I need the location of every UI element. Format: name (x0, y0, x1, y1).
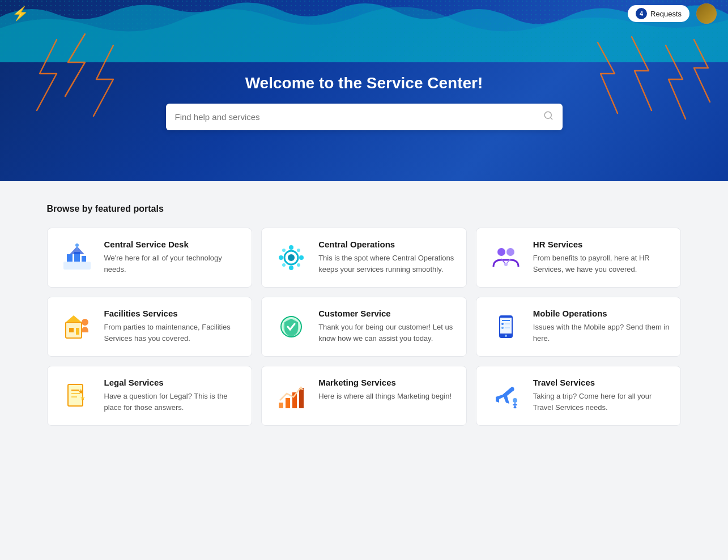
logo-bolt-icon: ⚡ (12, 6, 29, 22)
svg-rect-48 (286, 398, 290, 408)
requests-count-badge: 4 (636, 8, 647, 19)
portal-text-legal-services: Legal ServicesHave a question for Legal?… (104, 378, 241, 413)
search-bar (166, 104, 563, 130)
portals-grid: Central Service DeskWe're here for all o… (47, 228, 682, 426)
portal-name-marketing-services: Marketing Services (318, 378, 452, 387)
svg-point-37 (501, 323, 504, 325)
portal-desc-customer-service: Thank you for being our customer! Let us… (318, 322, 455, 344)
svg-point-22 (506, 248, 514, 256)
portal-name-travel-services: Travel Services (533, 378, 670, 387)
svg-point-16 (299, 255, 304, 260)
svg-point-35 (505, 335, 507, 337)
portal-icon-central-service-desk (59, 240, 95, 276)
portal-desc-central-operations: This is the spot where Central Operation… (318, 253, 455, 275)
browse-section-title: Browse by featured portals (47, 204, 682, 214)
avatar-image (696, 3, 717, 24)
portal-icon-mobile-operations (488, 309, 524, 345)
portal-name-central-operations: Central Operations (318, 240, 455, 249)
svg-point-30 (82, 319, 88, 326)
main-content: Browse by featured portals Central Servi… (24, 181, 704, 460)
svg-point-19 (282, 263, 286, 267)
portal-text-travel-services: Travel ServicesTaking a trip? Come here … (533, 378, 670, 413)
portal-card-customer-service[interactable]: Customer ServiceThank you for being our … (261, 297, 467, 357)
portal-card-facilities-services[interactable]: Facilities ServicesFrom parties to maint… (47, 297, 253, 357)
portal-text-hr-services: HR ServicesFrom benefits to payroll, her… (533, 240, 670, 275)
portal-icon-facilities-services (59, 309, 95, 345)
portal-desc-mobile-operations: Issues with the Mobile app? Send them in… (533, 322, 670, 344)
top-right-actions: 4 Requests (628, 3, 717, 24)
portal-desc-hr-services: From benefits to payroll, here at HR Ser… (533, 253, 670, 275)
svg-point-9 (75, 243, 79, 247)
hero-title: Welcome to the Service Center! (166, 74, 563, 92)
portal-icon-hr-services (488, 240, 524, 276)
portal-name-customer-service: Customer Service (318, 309, 455, 318)
hero-content: Welcome to the Service Center! (155, 29, 574, 153)
portal-name-hr-services: HR Services (533, 240, 670, 249)
svg-rect-50 (299, 388, 304, 408)
top-bar: ⚡ 4 Requests (0, 0, 728, 27)
portal-text-mobile-operations: Mobile OperationsIssues with the Mobile … (533, 309, 670, 344)
search-input[interactable] (175, 112, 543, 122)
svg-rect-4 (63, 262, 91, 270)
requests-label: Requests (650, 10, 682, 18)
lightning-decoration-left (11, 28, 136, 121)
svg-point-15 (279, 255, 283, 260)
svg-rect-47 (279, 403, 283, 408)
portal-card-mobile-operations[interactable]: Mobile OperationsIssues with the Mobile … (476, 297, 682, 357)
svg-point-39 (501, 327, 504, 329)
svg-point-14 (289, 266, 293, 270)
svg-point-21 (497, 248, 505, 256)
portal-icon-central-operations (273, 240, 309, 276)
svg-point-13 (289, 245, 293, 250)
svg-point-18 (297, 249, 300, 252)
svg-line-3 (550, 117, 552, 119)
portal-desc-central-service-desk: We're here for all of your technology ne… (104, 253, 241, 275)
portal-name-central-service-desk: Central Service Desk (104, 240, 241, 249)
search-icon[interactable] (543, 110, 554, 123)
portal-card-hr-services[interactable]: HR ServicesFrom benefits to payroll, her… (476, 228, 682, 288)
portal-text-central-service-desk: Central Service DeskWe're here for all o… (104, 240, 241, 275)
portal-card-travel-services[interactable]: Travel ServicesTaking a trip? Come here … (476, 366, 682, 426)
svg-rect-7 (82, 256, 86, 262)
portal-card-central-service-desk[interactable]: Central Service DeskWe're here for all o… (47, 228, 253, 288)
svg-rect-29 (76, 328, 79, 335)
portal-icon-legal-services (59, 378, 95, 414)
portal-name-facilities-services: Facilities Services (104, 309, 241, 318)
lightning-decoration-right (569, 34, 717, 138)
svg-point-52 (513, 398, 517, 403)
svg-point-12 (288, 254, 295, 261)
svg-point-20 (297, 263, 300, 267)
svg-point-25 (504, 263, 508, 266)
portal-name-mobile-operations: Mobile Operations (533, 309, 670, 318)
hero-section: ⚡ 4 Requests Welcome to the S (0, 0, 728, 181)
portal-icon-customer-service (273, 309, 309, 345)
svg-rect-5 (67, 254, 73, 262)
portal-card-central-operations[interactable]: Central OperationsThis is the spot where… (261, 228, 467, 288)
logo: ⚡ (11, 5, 29, 23)
portal-text-marketing-services: Marketing ServicesHere is where all thin… (318, 378, 452, 402)
portal-desc-legal-services: Have a question for Legal? This is the p… (104, 391, 241, 413)
portal-icon-travel-services (488, 378, 524, 414)
portal-text-central-operations: Central OperationsThis is the spot where… (318, 240, 455, 275)
portal-text-customer-service: Customer ServiceThank you for being our … (318, 309, 455, 344)
portal-icon-marketing-services (273, 378, 309, 414)
user-avatar[interactable] (696, 3, 717, 24)
portal-desc-facilities-services: From parties to maintenance, Facilities … (104, 322, 241, 344)
portal-desc-travel-services: Taking a trip? Come here for all your Tr… (533, 391, 670, 413)
portal-desc-marketing-services: Here is where all things Marketing begin… (318, 391, 452, 402)
svg-point-17 (282, 249, 286, 252)
portal-text-facilities-services: Facilities ServicesFrom parties to maint… (104, 309, 241, 344)
portal-card-legal-services[interactable]: Legal ServicesHave a question for Legal?… (47, 366, 253, 426)
requests-button[interactable]: 4 Requests (628, 5, 689, 22)
svg-rect-28 (69, 328, 74, 332)
portal-name-legal-services: Legal Services (104, 378, 241, 387)
svg-rect-41 (68, 384, 83, 406)
portal-card-marketing-services[interactable]: Marketing ServicesHere is where all thin… (261, 366, 467, 426)
